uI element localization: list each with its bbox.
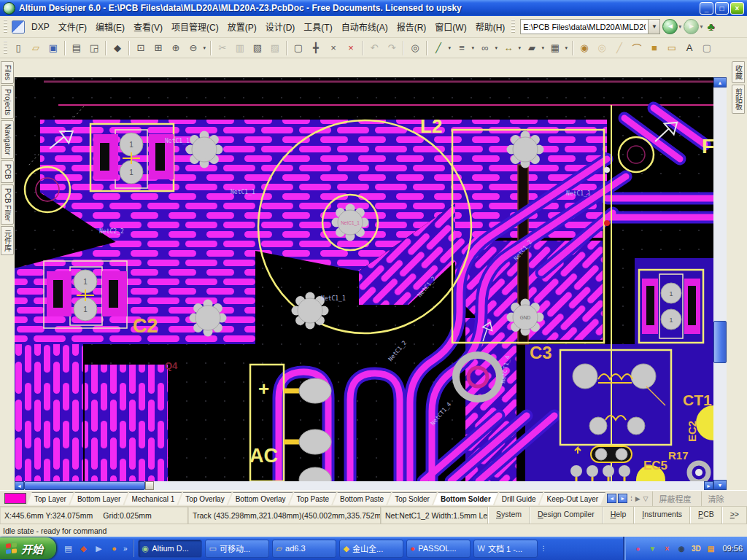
place-via-icon[interactable]: ◎	[593, 39, 611, 57]
place-pad-icon[interactable]: ◉	[576, 39, 593, 57]
toolbar-grip[interactable]	[4, 41, 7, 55]
scroll-down-icon[interactable]: ▼	[713, 480, 727, 490]
back-dropdown-icon[interactable]: ▾	[678, 23, 681, 30]
forward-dropdown-icon[interactable]: ▾	[700, 23, 703, 30]
panel-tab-favorites[interactable]: 收藏	[732, 61, 745, 83]
polygon-icon[interactable]: ▰	[523, 39, 541, 57]
menu-design[interactable]: 设计(D)	[261, 18, 300, 35]
panel-button-system[interactable]: System	[488, 507, 530, 524]
sep[interactable]	[572, 41, 573, 55]
close-button[interactable]: ×	[730, 2, 744, 15]
interactive-route-icon[interactable]: ╱	[611, 39, 628, 57]
tray-audio-icon[interactable]: ◉	[676, 542, 687, 554]
layer-sets-icon[interactable]: ≡	[453, 39, 471, 57]
binoculars-icon[interactable]: ∞	[476, 39, 494, 57]
menu-edit[interactable]: 编辑(E)	[91, 18, 129, 35]
panel-tab-libraries[interactable]: 元件库	[1, 226, 14, 255]
back-button[interactable]: ◄	[662, 19, 678, 34]
panel-tab-projects[interactable]: Projects	[1, 85, 14, 119]
panel-button-instruments[interactable]: Instruments	[634, 507, 690, 524]
line-tool-icon[interactable]: ╱	[430, 39, 447, 57]
layertab-top-solder[interactable]: Top Solder	[387, 492, 437, 505]
undo-icon[interactable]: ↶	[365, 39, 383, 57]
menu-place[interactable]: 放置(P)	[223, 18, 261, 35]
scroll-right-icon[interactable]: ►	[704, 481, 713, 490]
panel-button-more[interactable]: >>	[722, 507, 747, 524]
task-altium[interactable]: ◉ Altium D...	[138, 540, 202, 558]
vertical-scroll-track[interactable]	[713, 363, 727, 480]
layer-color-icon[interactable]: ⁞	[630, 495, 632, 502]
place-arc-icon[interactable]: ⌒	[628, 39, 646, 57]
place-room-icon[interactable]: ▭	[663, 39, 681, 57]
quick-launch-app2-icon[interactable]: ◆	[77, 542, 90, 555]
tray-dictionary-icon[interactable]: ▤	[705, 542, 716, 554]
select-area-icon[interactable]: ▢	[290, 39, 307, 57]
panel-tab-navigator[interactable]: Navigator	[1, 120, 14, 159]
layertab-bottom-solder[interactable]: Bottom Solder	[433, 492, 498, 505]
toolbar-grip[interactable]	[511, 20, 515, 34]
zoom-document-icon[interactable]: ⊡	[132, 39, 150, 57]
task-jinshan[interactable]: ◆ 金山全...	[339, 540, 403, 558]
sep[interactable]	[128, 41, 130, 55]
mask-level-button[interactable]: 屏蔽程度	[652, 491, 697, 506]
workspace-icon[interactable]: ♣	[707, 20, 714, 33]
measure-icon[interactable]: ↔	[500, 39, 517, 57]
redo-icon[interactable]: ↷	[383, 39, 400, 57]
layertab-bottom-layer[interactable]: Bottom Layer	[70, 492, 128, 505]
layertab-top-paste[interactable]: Top Paste	[290, 492, 336, 505]
filter-icon[interactable]: ▽	[643, 495, 649, 502]
filter-apply-icon[interactable]: ▶	[635, 495, 640, 502]
grid-icon[interactable]: ▦	[546, 39, 564, 57]
place-string-icon[interactable]: A	[681, 39, 698, 57]
layertab-mechanical-1[interactable]: Mechanical 1	[124, 492, 182, 505]
layertab-top-overlay[interactable]: Top Overlay	[178, 492, 231, 505]
stamp-icon[interactable]: ◆	[109, 39, 126, 57]
paste-special-icon[interactable]: ▨	[266, 39, 284, 57]
panel-tab-pcb[interactable]: PCB	[1, 160, 14, 183]
show-desktop-icon[interactable]: ▤	[62, 542, 74, 555]
active-layer-color-swatch[interactable]	[4, 493, 26, 504]
paste-icon[interactable]: ▧	[249, 39, 266, 57]
layertab-bottom-overlay[interactable]: Bottom Overlay	[228, 492, 293, 505]
task-passolo[interactable]: ● PASSOL...	[406, 540, 471, 558]
gnd-pad[interactable]: GND	[507, 299, 544, 336]
vertical-scroll-thumb[interactable]	[713, 321, 727, 363]
deselect-icon[interactable]: ×	[325, 39, 342, 57]
task-ad63-folder[interactable]: ▱ ad6.3	[272, 540, 336, 558]
menu-file[interactable]: 文件(F)	[54, 18, 91, 35]
menu-project[interactable]: 项目管理(C)	[167, 18, 223, 35]
forward-button[interactable]: ►	[684, 19, 699, 34]
layertab-bottom-paste[interactable]: Bottom Paste	[333, 492, 391, 505]
menu-help[interactable]: 帮助(H)	[471, 18, 510, 35]
move-icon[interactable]: ╋	[307, 39, 325, 57]
panel-button-design-compiler[interactable]: Design Compiler	[530, 507, 603, 524]
scroll-left-icon[interactable]: ◄	[15, 481, 24, 490]
save-icon[interactable]: ▣	[44, 39, 62, 57]
task-removable-disk[interactable]: ▭ 可移动...	[205, 540, 269, 558]
quick-launch-more-icon[interactable]: »	[123, 545, 128, 553]
restore-button[interactable]: □	[715, 2, 729, 15]
print-preview-icon[interactable]: ◲	[85, 39, 103, 57]
toolbar-grip[interactable]	[4, 20, 7, 34]
sep[interactable]	[210, 41, 212, 55]
clear-filter-icon[interactable]: ×	[342, 39, 360, 57]
sep[interactable]	[286, 41, 287, 55]
menu-tools[interactable]: 工具(T)	[299, 18, 336, 35]
panel-button-help[interactable]: Help	[603, 507, 635, 524]
panel-button-pcb[interactable]: PCB	[690, 507, 722, 524]
menu-view[interactable]: 查看(V)	[129, 18, 167, 35]
find-similar-icon[interactable]: ◎	[406, 39, 424, 57]
clear-button[interactable]: 清除	[701, 491, 729, 506]
sep[interactable]	[64, 41, 66, 55]
panel-tab-files[interactable]: Files	[1, 61, 14, 84]
sep[interactable]	[426, 41, 427, 55]
quick-launch-app4-icon[interactable]: ●	[108, 542, 120, 555]
menu-window[interactable]: 窗口(W)	[430, 18, 471, 35]
zoom-out-icon[interactable]: ⊖	[185, 39, 202, 57]
tray-update-icon[interactable]: ▼	[646, 542, 658, 554]
menu-dxp[interactable]: DXP	[27, 20, 54, 34]
tray-year3d-icon[interactable]: 3D	[690, 542, 702, 554]
place-fill-icon[interactable]: ■	[646, 39, 663, 57]
place-component-icon[interactable]: ▢	[698, 39, 716, 57]
copy-icon[interactable]: ▥	[231, 39, 249, 57]
